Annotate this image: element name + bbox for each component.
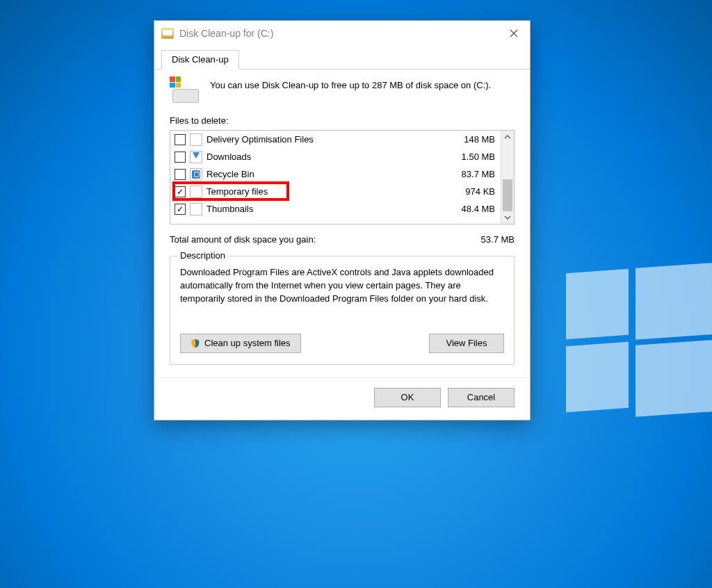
file-size: 48.4 MB <box>446 204 495 214</box>
file-size: 83.7 MB <box>446 169 495 179</box>
view-files-button[interactable]: View Files <box>429 334 504 353</box>
intro: You can use Disk Clean-up to free up to … <box>170 79 515 104</box>
file-size: 974 KB <box>446 186 495 197</box>
file-list: Delivery Optimisation Files148 MBDownloa… <box>170 130 515 224</box>
dialog-footer: OK Cancel <box>154 377 530 420</box>
file-list-row[interactable]: Downloads1.50 MB <box>170 148 501 165</box>
chevron-down-icon <box>504 214 511 221</box>
cancel-button[interactable]: Cancel <box>448 388 515 407</box>
file-type-icon <box>190 133 202 146</box>
scroll-track[interactable] <box>501 143 514 211</box>
total-line: Total amount of disk space you gain: 53.… <box>170 234 515 245</box>
scroll-down-button[interactable] <box>501 211 514 224</box>
scroll-thumb[interactable] <box>503 179 512 211</box>
scrollbar[interactable] <box>501 131 514 224</box>
file-type-icon <box>190 151 202 163</box>
description-text: Downloaded Program Files are ActiveX con… <box>180 266 504 306</box>
tab-disk-cleanup[interactable]: Disk Clean-up <box>161 50 239 70</box>
file-name: Delivery Optimisation Files <box>207 134 442 145</box>
clean-system-files-button[interactable]: Clean up system files <box>180 334 301 353</box>
chevron-up-icon <box>504 133 511 140</box>
scroll-up-button[interactable] <box>501 131 514 143</box>
file-type-icon <box>190 186 202 198</box>
file-list-row[interactable]: Thumbnails48.4 MB <box>170 200 501 218</box>
cancel-label: Cancel <box>467 392 495 402</box>
file-checkbox[interactable] <box>175 134 186 145</box>
tab-strip: Disk Clean-up <box>154 46 530 70</box>
file-name: Thumbnails <box>207 204 442 214</box>
file-checkbox[interactable] <box>175 186 186 197</box>
file-type-icon <box>190 203 202 215</box>
file-name: Downloads <box>207 152 442 162</box>
tab-label: Disk Clean-up <box>172 54 229 65</box>
file-list-row[interactable]: Temporary files974 KB <box>170 183 501 200</box>
total-value: 53.7 MB <box>459 234 515 245</box>
view-files-label: View Files <box>446 338 487 348</box>
window-title: Disk Clean-up for (C:) <box>179 28 273 39</box>
ok-button[interactable]: OK <box>374 388 441 407</box>
file-list-row[interactable]: Recycle Bin83.7 MB <box>170 165 501 183</box>
intro-text: You can use Disk Clean-up to free up to … <box>210 79 491 92</box>
shield-icon <box>191 338 200 348</box>
files-to-delete-label: Files to delete: <box>170 115 515 126</box>
drive-icon <box>170 79 200 104</box>
description-legend: Description <box>177 250 228 261</box>
close-icon <box>510 29 518 38</box>
file-checkbox[interactable] <box>175 152 186 163</box>
app-icon <box>161 28 174 39</box>
file-type-icon <box>190 168 202 181</box>
file-size: 1.50 MB <box>446 152 495 162</box>
file-checkbox[interactable] <box>175 169 186 180</box>
file-name: Temporary files <box>207 186 442 197</box>
desktop-background: Disk Clean-up for (C:) Disk Clean-up Y <box>0 0 712 588</box>
ok-label: OK <box>401 392 414 402</box>
disk-cleanup-dialog: Disk Clean-up for (C:) Disk Clean-up Y <box>154 20 531 420</box>
windows-logo <box>566 271 712 417</box>
description-group: Description Downloaded Program Files are… <box>170 256 515 365</box>
file-checkbox[interactable] <box>175 204 186 215</box>
close-button[interactable] <box>498 21 530 46</box>
clean-system-files-label: Clean up system files <box>204 338 291 348</box>
file-list-row[interactable]: Delivery Optimisation Files148 MB <box>170 131 501 148</box>
titlebar[interactable]: Disk Clean-up for (C:) <box>154 21 530 46</box>
panel: You can use Disk Clean-up to free up to … <box>154 70 530 377</box>
file-size: 148 MB <box>446 134 495 145</box>
total-label: Total amount of disk space you gain: <box>170 234 316 245</box>
file-name: Recycle Bin <box>207 169 442 179</box>
